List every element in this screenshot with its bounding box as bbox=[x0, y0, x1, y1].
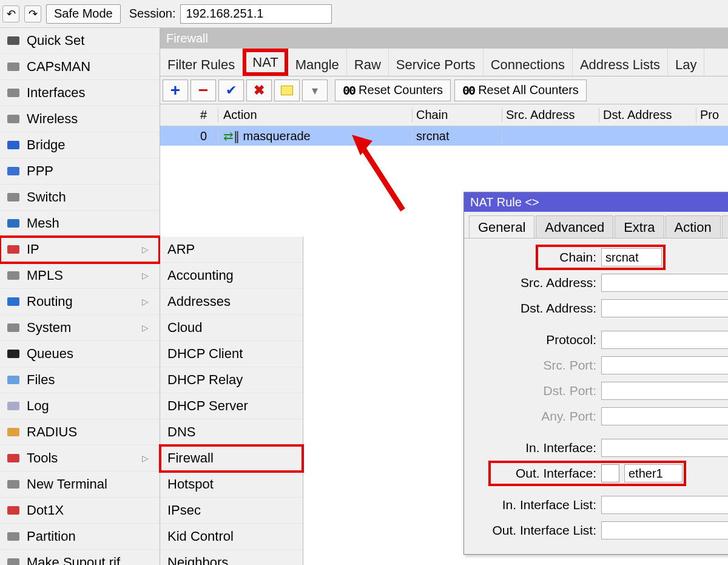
ip-icon bbox=[4, 241, 23, 258]
col-chain[interactable]: Chain bbox=[413, 108, 502, 122]
sidebar-item-tools[interactable]: Tools ▷ bbox=[0, 445, 160, 472]
ip-submenu-firewall[interactable]: Firewall bbox=[160, 445, 303, 472]
sidebar-item-routing[interactable]: Routing ▷ bbox=[0, 289, 160, 315]
col-pro[interactable]: Pro bbox=[696, 108, 728, 122]
add-button[interactable]: + bbox=[163, 80, 188, 101]
sidebar-item-mpls[interactable]: MPLS ▷ bbox=[0, 263, 160, 289]
out-interface-list-label: Out. Interface List: bbox=[464, 523, 601, 538]
table-header: # Action Chain Src. Address Dst. Address… bbox=[160, 104, 728, 126]
svg-rect-6 bbox=[7, 193, 19, 201]
system-icon bbox=[4, 319, 23, 336]
in-interface-input[interactable] bbox=[601, 439, 728, 457]
firewall-tab-nat[interactable]: NAT bbox=[244, 50, 286, 75]
mpls-icon bbox=[4, 267, 23, 284]
sidebar-item-quick-set[interactable]: Quick Set bbox=[0, 28, 160, 54]
sidebar-item-label: Partition bbox=[27, 529, 76, 544]
ip-submenu-addresses[interactable]: Addresses bbox=[160, 289, 303, 315]
svg-rect-17 bbox=[7, 480, 19, 489]
in-interface-label: In. Interface: bbox=[464, 441, 601, 455]
disable-button[interactable]: ✖ bbox=[246, 80, 272, 101]
col-dst[interactable]: Dst. Address bbox=[599, 108, 696, 122]
sidebar-item-new-terminal[interactable]: New Terminal bbox=[0, 472, 160, 498]
ip-submenu-ipsec[interactable]: IPsec bbox=[160, 498, 303, 524]
log-icon bbox=[4, 398, 23, 414]
dialog-tab-extra[interactable]: Extra bbox=[615, 215, 664, 238]
sidebar-item-mesh[interactable]: Mesh bbox=[0, 211, 160, 237]
sidebar-item-partition[interactable]: Partition bbox=[0, 524, 160, 550]
sidebar-item-make-supout[interactable]: Make Supout.rif bbox=[0, 550, 160, 565]
sidebar-item-radius[interactable]: RADIUS bbox=[0, 419, 160, 445]
sidebar-item-dot1x[interactable]: Dot1X bbox=[0, 498, 160, 524]
ip-submenu-arp[interactable]: ARP bbox=[160, 237, 303, 263]
firewall-tab-lay[interactable]: Lay bbox=[668, 49, 704, 76]
ip-submenu-kid-control[interactable]: Kid Control bbox=[160, 524, 303, 550]
out-interface-list-input[interactable] bbox=[601, 521, 728, 540]
ip-submenu-accounting[interactable]: Accounting bbox=[160, 263, 303, 289]
sidebar-item-system[interactable]: System ▷ bbox=[0, 315, 160, 341]
src-address-input[interactable] bbox=[601, 274, 728, 292]
reset-all-counters-button[interactable]: 00Reset All Counters bbox=[454, 80, 587, 101]
firewall-tab-filter-rules[interactable]: Filter Rules bbox=[160, 49, 243, 76]
safe-mode-button[interactable]: Safe Mode bbox=[46, 4, 121, 24]
svg-rect-2 bbox=[7, 89, 19, 97]
firewall-tab-raw[interactable]: Raw bbox=[347, 49, 389, 76]
undo-icon[interactable]: ↶ bbox=[2, 5, 19, 22]
ppp-icon bbox=[4, 163, 23, 180]
ip-submenu-dns[interactable]: DNS bbox=[160, 419, 303, 445]
chain-input[interactable]: srcnat bbox=[601, 248, 662, 266]
dialog-tabs: GeneralAdvancedExtraActionStatistics bbox=[464, 212, 728, 239]
dialog-tab-general[interactable]: General bbox=[469, 215, 534, 238]
firewall-tab-mangle[interactable]: Mangle bbox=[288, 49, 347, 76]
sidebar-item-ip[interactable]: IP ▷ bbox=[0, 237, 160, 263]
dialog-tab-action[interactable]: Action bbox=[666, 215, 721, 238]
ip-submenu-dhcp-relay[interactable]: DHCP Relay bbox=[160, 367, 303, 393]
svg-rect-0 bbox=[7, 36, 19, 45]
any-port-input[interactable] bbox=[601, 407, 728, 425]
sidebar-item-bridge[interactable]: Bridge bbox=[0, 132, 160, 158]
firewall-tab-connections[interactable]: Connections bbox=[484, 49, 573, 76]
sidebar-item-log[interactable]: Log bbox=[0, 393, 160, 419]
dialog-tab-statistics[interactable]: Statistics bbox=[722, 215, 728, 238]
dst-port-input[interactable] bbox=[601, 382, 728, 400]
protocol-input[interactable] bbox=[601, 331, 728, 349]
ip-submenu-dhcp-client[interactable]: DHCP Client bbox=[160, 341, 303, 367]
table-row[interactable]: 0 ⇄‖ masquerade srcnat bbox=[160, 126, 728, 146]
firewall-tab-service-ports[interactable]: Service Ports bbox=[389, 49, 484, 76]
enable-button[interactable]: ✔ bbox=[218, 80, 244, 101]
bridge-icon bbox=[4, 137, 23, 154]
sidebar-item-capsman[interactable]: CAPsMAN bbox=[0, 54, 160, 80]
sidebar-item-label: System bbox=[27, 320, 71, 336]
reset-counters-button[interactable]: 00Reset Counters bbox=[335, 80, 451, 101]
col-action[interactable]: Action bbox=[218, 108, 413, 122]
remove-button[interactable]: − bbox=[190, 80, 216, 101]
ip-submenu-hotspot[interactable]: Hotspot bbox=[160, 472, 303, 498]
comment-button[interactable] bbox=[274, 80, 300, 101]
session-input[interactable] bbox=[180, 4, 332, 24]
sidebar-item-label: Mesh bbox=[27, 215, 59, 231]
ip-submenu-dhcp-server[interactable]: DHCP Server bbox=[160, 393, 303, 419]
sidebar-item-wireless[interactable]: Wireless bbox=[0, 106, 160, 132]
out-interface-invert-checkbox[interactable] bbox=[601, 464, 619, 482]
out-interface-input[interactable]: ether1 bbox=[624, 464, 682, 482]
sidebar-item-switch[interactable]: Switch bbox=[0, 184, 160, 211]
sidebar-item-files[interactable]: Files bbox=[0, 367, 160, 393]
filter-icon[interactable]: ▾ bbox=[302, 80, 328, 101]
src-port-input[interactable] bbox=[601, 356, 728, 374]
sidebar-item-label: Routing bbox=[27, 294, 73, 310]
mesh-icon bbox=[4, 215, 23, 232]
dialog-tab-advanced[interactable]: Advanced bbox=[536, 215, 613, 238]
in-interface-list-input[interactable] bbox=[601, 496, 728, 514]
new-terminal-icon bbox=[4, 476, 23, 493]
firewall-tab-address-lists[interactable]: Address Lists bbox=[573, 49, 668, 76]
col-num[interactable]: # bbox=[160, 108, 218, 122]
ip-submenu-neighbors[interactable]: Neighbors bbox=[160, 550, 303, 565]
sidebar-item-ppp[interactable]: PPP bbox=[0, 158, 160, 184]
redo-icon[interactable]: ↷ bbox=[24, 5, 41, 22]
ip-submenu-cloud[interactable]: Cloud bbox=[160, 315, 303, 341]
sidebar-item-interfaces[interactable]: Interfaces bbox=[0, 80, 160, 106]
field-in-interface: In. Interface: bbox=[464, 435, 728, 461]
col-src[interactable]: Src. Address bbox=[502, 108, 599, 122]
partition-icon bbox=[4, 528, 23, 545]
dst-address-input[interactable] bbox=[601, 299, 728, 317]
sidebar-item-queues[interactable]: Queues bbox=[0, 341, 160, 367]
